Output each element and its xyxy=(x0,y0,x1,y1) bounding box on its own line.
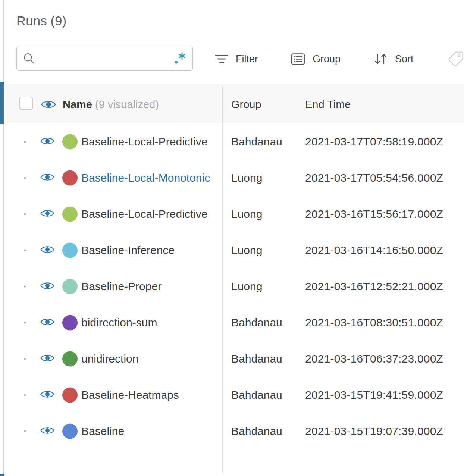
search-icon xyxy=(23,52,35,65)
drag-handle-dot[interactable] xyxy=(24,177,26,179)
run-end-time: 2021-03-17T07:58:19.000Z xyxy=(305,135,443,148)
table-row: Baseline-Local-Monotonic Luong 2021-03-1… xyxy=(0,160,464,196)
run-name[interactable]: Baseline xyxy=(81,425,124,438)
drag-handle-dot[interactable] xyxy=(24,285,26,287)
drag-handle-dot[interactable] xyxy=(24,141,26,143)
select-all-checkbox[interactable] xyxy=(19,97,33,110)
search-input[interactable] xyxy=(40,52,169,65)
table-row: bidirection-sum Bahdanau 2021-03-16T08:3… xyxy=(0,304,464,341)
tag-icon xyxy=(448,51,464,67)
column-header-group[interactable]: Group xyxy=(231,98,261,110)
run-group: Luong xyxy=(231,172,262,184)
group-button[interactable]: Group xyxy=(291,48,341,70)
run-end-time: 2021-03-16T06:37:23.000Z xyxy=(305,353,443,365)
run-color-dot[interactable] xyxy=(62,206,78,222)
visibility-eye-icon[interactable] xyxy=(40,389,54,401)
run-group: Luong xyxy=(231,208,262,220)
visibility-eye-icon[interactable] xyxy=(40,317,54,328)
group-label: Group xyxy=(313,53,341,65)
run-group: Bahdanau xyxy=(231,353,282,365)
page-title: Runs (9) xyxy=(16,13,66,28)
run-color-dot[interactable] xyxy=(62,387,78,403)
run-name[interactable]: unidirection xyxy=(81,353,138,365)
run-group: Bahdanau xyxy=(231,425,282,438)
run-name[interactable]: Baseline-Heatmaps xyxy=(81,389,179,401)
run-end-time: 2021-03-15T19:41:59.000Z xyxy=(305,389,443,401)
drag-handle-dot[interactable] xyxy=(24,213,26,215)
run-group: Luong xyxy=(231,280,262,293)
runs-table-body: Baseline-Local-Predictive Bahdanau 2021-… xyxy=(0,123,464,449)
tag-button[interactable] xyxy=(448,48,464,70)
run-name[interactable]: Baseline-Local-Monotonic xyxy=(81,172,210,184)
run-name[interactable]: Baseline-Local-Predictive xyxy=(81,135,208,148)
run-end-time: 2021-03-16T12:52:21.000Z xyxy=(305,280,443,293)
run-end-time: 2021-03-16T15:56:17.000Z xyxy=(305,208,443,220)
drag-handle-dot[interactable] xyxy=(24,322,26,323)
visibility-eye-icon[interactable] xyxy=(40,136,54,147)
column-header-end-time[interactable]: End Time xyxy=(305,98,351,110)
next-section-accent-bar xyxy=(0,474,4,476)
run-color-dot[interactable] xyxy=(62,351,78,366)
run-color-dot[interactable] xyxy=(62,170,78,185)
run-end-time: 2021-03-15T19:07:39.000Z xyxy=(305,425,443,438)
drag-handle-dot[interactable] xyxy=(24,394,26,396)
sort-label: Sort xyxy=(395,53,414,65)
drag-handle-dot[interactable] xyxy=(24,430,26,432)
run-color-dot[interactable] xyxy=(62,279,78,294)
run-color-dot[interactable] xyxy=(62,134,78,149)
run-group: Bahdanau xyxy=(231,135,282,148)
visibility-all-eye-icon[interactable] xyxy=(41,99,56,111)
filter-icon xyxy=(215,54,228,64)
visibility-eye-icon[interactable] xyxy=(40,353,54,364)
run-color-dot[interactable] xyxy=(62,423,78,439)
column-header-name[interactable]: Name(9 visualized) xyxy=(63,98,159,110)
regex-toggle-icon[interactable] xyxy=(173,51,186,65)
run-name[interactable]: Baseline-Local-Predictive xyxy=(81,208,208,220)
group-icon xyxy=(291,53,305,65)
run-end-time: 2021-03-16T14:16:50.000Z xyxy=(305,244,443,257)
drag-handle-dot[interactable] xyxy=(24,249,26,251)
run-name[interactable]: Baseline-Proper xyxy=(81,280,162,293)
visibility-eye-icon[interactable] xyxy=(40,244,54,256)
runs-search-box[interactable] xyxy=(16,46,193,71)
table-row: Baseline-Local-Predictive Luong 2021-03-… xyxy=(0,196,464,232)
table-row: Baseline-Heatmaps Bahdanau 2021-03-15T19… xyxy=(0,377,464,413)
visibility-eye-icon[interactable] xyxy=(40,281,54,292)
table-row: Baseline Bahdanau 2021-03-15T19:07:39.00… xyxy=(0,413,464,449)
table-row: unidirection Bahdanau 2021-03-16T06:37:2… xyxy=(0,341,464,377)
run-end-time: 2021-03-17T05:54:56.000Z xyxy=(305,172,443,184)
run-group: Bahdanau xyxy=(231,316,282,329)
visibility-eye-icon[interactable] xyxy=(40,208,54,220)
filter-label: Filter xyxy=(236,53,258,65)
visualized-count-label: (9 visualized) xyxy=(95,98,159,110)
table-row: Baseline-Inference Luong 2021-03-16T14:1… xyxy=(0,232,464,268)
run-name[interactable]: Baseline-Inference xyxy=(81,244,175,257)
drag-handle-dot[interactable] xyxy=(24,358,26,360)
header-accent-bar xyxy=(0,82,4,124)
run-color-dot[interactable] xyxy=(62,315,78,330)
table-row: Baseline-Local-Predictive Bahdanau 2021-… xyxy=(0,123,464,160)
run-name[interactable]: bidirection-sum xyxy=(81,316,157,329)
visibility-eye-icon[interactable] xyxy=(40,425,54,437)
table-row: Baseline-Proper Luong 2021-03-16T12:52:2… xyxy=(0,268,464,304)
filter-button[interactable]: Filter xyxy=(215,48,258,70)
visibility-eye-icon[interactable] xyxy=(40,172,54,184)
sort-icon xyxy=(373,53,388,65)
sort-button[interactable]: Sort xyxy=(373,48,414,70)
run-group: Luong xyxy=(231,244,262,257)
table-header-row: Name(9 visualized) Group End Time xyxy=(0,85,464,123)
run-group: Bahdanau xyxy=(231,389,282,401)
run-end-time: 2021-03-16T08:30:51.000Z xyxy=(305,316,443,329)
run-color-dot[interactable] xyxy=(62,242,78,258)
